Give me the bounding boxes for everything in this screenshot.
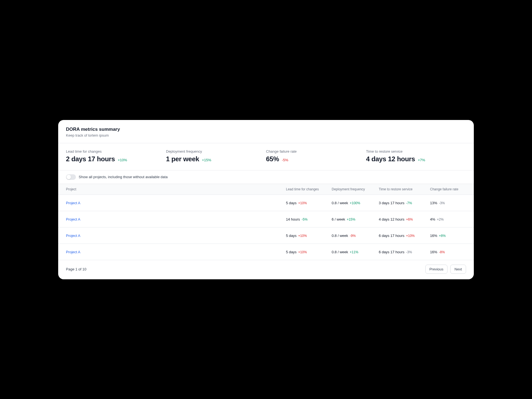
metric-deployment-frequency: Deployment frequency 1 per week +15% bbox=[166, 149, 266, 163]
cell-lead-value: 14 hours bbox=[286, 217, 300, 221]
metric-label: Lead time for changes bbox=[66, 149, 166, 154]
card-header: DORA metrics summary Keep track of lorte… bbox=[58, 120, 474, 143]
metrics-card: DORA metrics summary Keep track of lorte… bbox=[58, 120, 474, 279]
cell-lead-delta: +10% bbox=[298, 201, 307, 205]
projects-table: Project Lead time for changes Deployment… bbox=[58, 184, 474, 260]
cell-lead-value: 5 days bbox=[286, 250, 296, 254]
cell-lead-delta: +10% bbox=[298, 250, 307, 254]
cell-failure-value: 16% bbox=[430, 250, 437, 254]
cell-lead-value: 5 days bbox=[286, 201, 296, 205]
table-row: Project A 5 days+10% 0.8 / week-9% 6 day… bbox=[58, 227, 474, 244]
col-restore: Time to restore service bbox=[379, 187, 430, 191]
cell-failure-delta: +8% bbox=[439, 234, 446, 238]
metric-change-failure-rate: Change failure rate 65% -5% bbox=[266, 149, 366, 163]
show-all-label: Show all projects, including those witho… bbox=[79, 175, 168, 179]
filter-row: Show all projects, including those witho… bbox=[58, 170, 474, 184]
cell-lead-delta: +10% bbox=[298, 234, 307, 238]
page-info: Page 1 of 10 bbox=[66, 267, 86, 271]
cell-restore-delta: +6% bbox=[406, 218, 413, 221]
project-link[interactable]: Project A bbox=[66, 250, 80, 254]
cell-deploy-value: 6 / week bbox=[332, 217, 345, 221]
cell-failure-delta: -8% bbox=[439, 250, 445, 254]
page-subtitle: Keep track of lortem ipsum bbox=[66, 133, 466, 137]
metric-delta: +10% bbox=[118, 158, 127, 162]
cell-failure-delta: -3% bbox=[439, 201, 445, 205]
summary-metrics-row: Lead time for changes 2 days 17 hours +1… bbox=[58, 143, 474, 170]
table-body: Project A 5 days+10% 0.8 / week+100% 3 d… bbox=[58, 195, 474, 260]
table-row: Project A 5 days+10% 0.8 / week+11% 6 da… bbox=[58, 244, 474, 260]
cell-deploy-value: 0.8 / week bbox=[332, 250, 348, 254]
table-row: Project A 5 days+10% 0.8 / week+100% 3 d… bbox=[58, 195, 474, 211]
metric-time-to-restore: Time to restore service 4 days 12 hours … bbox=[366, 149, 466, 163]
cell-restore-delta: +10% bbox=[406, 234, 415, 238]
metric-delta: -5% bbox=[282, 158, 288, 162]
col-lead: Lead time for changes bbox=[286, 187, 332, 191]
cell-failure-delta: +2% bbox=[437, 218, 444, 221]
cell-failure-value: 13% bbox=[430, 201, 437, 205]
col-project: Project bbox=[66, 187, 286, 191]
cell-failure-value: 4% bbox=[430, 217, 435, 221]
metric-value: 1 per week bbox=[166, 155, 199, 163]
cell-restore-value: 3 days 17 hours bbox=[379, 201, 405, 205]
table-footer: Page 1 of 10 Previous Next bbox=[58, 260, 474, 279]
metric-delta: +15% bbox=[202, 158, 211, 162]
cell-restore-value: 6 days 17 hours bbox=[379, 234, 405, 238]
cell-failure-value: 16% bbox=[430, 234, 437, 238]
cell-deploy-delta: -9% bbox=[350, 234, 355, 238]
project-link[interactable]: Project A bbox=[66, 217, 80, 221]
cell-restore-delta: -7% bbox=[406, 201, 412, 205]
table-row: Project A 14 hours-5% 6 / week+15% 4 day… bbox=[58, 211, 474, 227]
col-failure: Change failure rate bbox=[430, 187, 466, 191]
metric-label: Change failure rate bbox=[266, 149, 366, 154]
cell-deploy-value: 0.8 / week bbox=[332, 201, 348, 205]
metric-label: Deployment frequency bbox=[166, 149, 266, 154]
project-link[interactable]: Project A bbox=[66, 234, 80, 238]
show-all-toggle[interactable] bbox=[66, 174, 76, 180]
metric-label: Time to restore service bbox=[366, 149, 466, 154]
cell-lead-value: 5 days bbox=[286, 234, 296, 238]
metric-value: 2 days 17 hours bbox=[66, 155, 115, 163]
project-link[interactable]: Project A bbox=[66, 201, 80, 205]
cell-lead-delta: -5% bbox=[302, 218, 308, 221]
metric-value: 4 days 12 hours bbox=[366, 155, 415, 163]
page-title: DORA metrics summary bbox=[66, 127, 466, 132]
metric-value: 65% bbox=[266, 155, 279, 163]
pager: Previous Next bbox=[425, 265, 466, 274]
next-button[interactable]: Next bbox=[450, 265, 466, 274]
cell-restore-value: 6 days 17 hours bbox=[379, 250, 405, 254]
metric-lead-time: Lead time for changes 2 days 17 hours +1… bbox=[66, 149, 166, 163]
prev-button[interactable]: Previous bbox=[425, 265, 448, 274]
cell-deploy-delta: +100% bbox=[350, 201, 360, 205]
metric-delta: +7% bbox=[418, 158, 425, 162]
table-header: Project Lead time for changes Deployment… bbox=[58, 184, 474, 195]
cell-restore-value: 4 days 12 hours bbox=[379, 217, 405, 221]
col-deploy: Deployment frequency bbox=[332, 187, 379, 191]
cell-restore-delta: -3% bbox=[406, 250, 412, 254]
cell-deploy-delta: +15% bbox=[347, 218, 355, 221]
cell-deploy-delta: +11% bbox=[350, 250, 358, 254]
cell-deploy-value: 0.8 / week bbox=[332, 234, 348, 238]
